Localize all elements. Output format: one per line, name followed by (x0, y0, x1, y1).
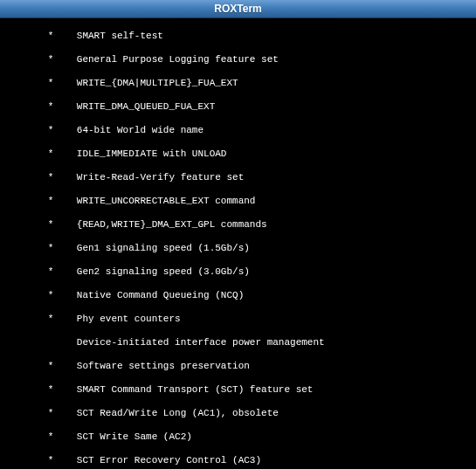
output-line: * Write-Read-Verify feature set (2, 172, 474, 184)
output-line: * 64-bit World wide name (2, 125, 474, 137)
output-line: * WRITE_DMA_QUEUED_FUA_EXT (2, 101, 474, 114)
output-line: * WRITE_UNCORRECTABLE_EXT command (2, 196, 474, 208)
output-line: * IDLE_IMMEDIATE with UNLOAD (2, 148, 474, 161)
output-line: * {READ,WRITE}_DMA_EXT_GPL commands (2, 219, 474, 231)
output-line: * SMART Command Transport (SCT) feature … (2, 384, 474, 397)
output-line: * Gen2 signaling speed (3.0Gb/s) (2, 266, 474, 279)
output-line: * Native Command Queueing (NCQ) (2, 290, 474, 302)
window-titlebar[interactable]: ROXTerm (0, 0, 476, 18)
window-title: ROXTerm (214, 3, 261, 15)
output-line: * SMART self-test (2, 31, 474, 43)
output-line: * Phy event counters (2, 314, 474, 326)
output-line: * General Purpose Logging feature set (2, 54, 474, 66)
output-line: * SCT Write Same (AC2) (2, 431, 474, 444)
output-line: * Gen1 signaling speed (1.5Gb/s) (2, 243, 474, 255)
output-line: * WRITE_{DMA|MULTIPLE}_FUA_EXT (2, 78, 474, 90)
terminal-output[interactable]: * SMART self-test * General Purpose Logg… (0, 18, 476, 469)
output-line: Device-initiated interface power managem… (2, 337, 474, 349)
output-line: * SCT Error Recovery Control (AC3) (2, 455, 474, 467)
output-line: * Software settings preservation (2, 361, 474, 373)
output-line: * SCT Read/Write Long (AC1), obsolete (2, 408, 474, 420)
